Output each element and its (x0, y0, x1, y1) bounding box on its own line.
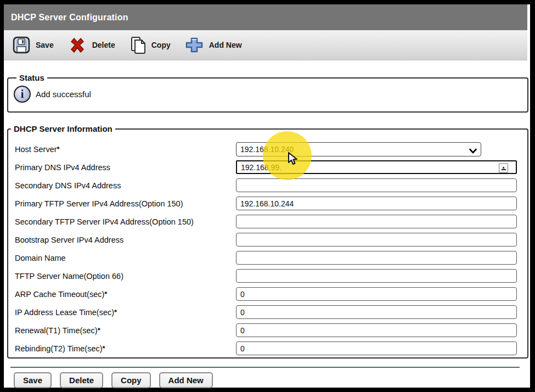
field-input-wrap (236, 178, 517, 192)
copy-button[interactable]: Copy (111, 372, 151, 388)
field-input-wrap (236, 233, 517, 247)
field-label-text: Primary DNS IPv4 Address (15, 163, 110, 172)
host-server-select-wrap: 192.168.10.240 (236, 142, 481, 156)
field-label-text: IP Address Lease Time(sec) (15, 308, 114, 317)
field-input[interactable] (236, 197, 517, 210)
field-label-text: Host Server (15, 145, 57, 154)
footer-divider (10, 367, 520, 368)
save-button[interactable]: Save (14, 372, 52, 388)
page-title: DHCP Server Configuration (11, 13, 128, 23)
form-row: Primary TFTP Server IPv4 Address(Option … (8, 194, 527, 212)
delete-button[interactable]: Delete (60, 372, 103, 388)
field-label-text: Primary TFTP Server IPv4 Address(Option … (15, 199, 183, 208)
required-marker: * (98, 326, 100, 334)
field-input-wrap (236, 341, 517, 355)
form-row: Rebinding(T2) Time(sec)* (8, 339, 527, 357)
field-input[interactable] (236, 269, 517, 283)
form-row: Domain Name (8, 249, 527, 267)
field-input-wrap: ▲ (236, 160, 517, 174)
add-new-button[interactable]: Add New (159, 372, 213, 388)
footer-button-bar: Save Delete Copy Add New (14, 372, 530, 388)
field-input[interactable] (236, 287, 517, 301)
status-legend: Status (16, 73, 47, 82)
field-input[interactable] (236, 341, 517, 355)
app-window: DHCP Server Configuration Save (4, 4, 530, 388)
form-fields: Host Server* 192.168.10.240 Primary DNS … (8, 140, 527, 357)
field-input[interactable] (236, 160, 517, 174)
field-input[interactable] (236, 251, 517, 265)
field-input[interactable] (236, 305, 517, 319)
save-toolbar-button[interactable]: Save (13, 36, 54, 54)
form-row: Host Server* 192.168.10.240 (8, 140, 527, 158)
field-label-text: Rebinding(T2) Time(sec) (15, 344, 103, 353)
field-label-text: ARP Cache Timeout(sec) (15, 290, 104, 299)
form-row: Primary DNS IPv4 Address ▲ (8, 158, 527, 176)
add-new-toolbar-button[interactable]: Add New (185, 36, 242, 54)
field-input-wrap (236, 251, 517, 265)
field-input-wrap (236, 197, 517, 210)
required-marker: * (114, 308, 117, 316)
required-marker: * (104, 290, 107, 298)
info-icon: i (14, 86, 31, 103)
field-input-wrap (236, 269, 517, 283)
form-row: TFTP Server Name(Option 66) (8, 267, 527, 285)
field-label-text: Bootstrap Server IPv4 Address (15, 236, 123, 244)
autofill-icon[interactable]: ▲ (499, 163, 508, 173)
form-row: Secondary DNS IPv4 Address (8, 176, 527, 194)
save-toolbar-label: Save (36, 41, 54, 49)
dhcp-info-legend: DHCP Server Information (11, 124, 115, 133)
copy-toolbar-button[interactable]: Copy (129, 36, 171, 54)
field-label-text: Renewal(T1) Time(sec) (15, 326, 98, 335)
field-input-wrap (236, 323, 517, 337)
add-new-toolbar-label: Add New (209, 41, 242, 49)
form-row: IP Address Lease Time(sec)* (8, 303, 527, 321)
form-row: Secondary TFTP Server IPv4 Address(Optio… (8, 212, 527, 231)
copy-icon (129, 36, 146, 54)
delete-toolbar-label: Delete (92, 41, 115, 49)
field-input[interactable] (236, 233, 517, 247)
form-row: ARP Cache Timeout(sec)* (8, 285, 527, 303)
form-row: Bootstrap Server IPv4 Address (8, 231, 527, 249)
field-input[interactable] (236, 323, 517, 337)
form-row: Renewal(T1) Time(sec)* (8, 321, 527, 339)
required-marker: * (103, 344, 105, 352)
field-label-text: TFTP Server Name(Option 66) (15, 272, 123, 281)
required-marker: * (57, 145, 60, 153)
add-new-icon (185, 36, 204, 54)
field-input-wrap (236, 305, 517, 319)
status-message: Add successful (36, 89, 91, 99)
field-label-text: Secondary DNS IPv4 Address (15, 181, 121, 190)
title-bar: DHCP Server Configuration (4, 4, 527, 30)
field-input-wrap (236, 215, 517, 228)
dhcp-server-information-section: DHCP Server Information Host Server* 192… (7, 124, 528, 359)
toolbar: Save Delete Copy (4, 30, 527, 60)
field-input[interactable] (236, 178, 517, 192)
save-icon (13, 36, 30, 54)
field-input-wrap (236, 287, 517, 301)
copy-toolbar-label: Copy (151, 41, 171, 49)
delete-toolbar-button[interactable]: Delete (68, 36, 115, 54)
status-section: Status i Add successful (7, 73, 528, 113)
field-label-text: Domain Name (15, 254, 66, 262)
field-label-text: Secondary TFTP Server IPv4 Address(Optio… (15, 217, 194, 226)
field-input[interactable] (236, 215, 517, 228)
host-server-select[interactable]: 192.168.10.240 (236, 142, 481, 156)
delete-icon (68, 36, 87, 54)
